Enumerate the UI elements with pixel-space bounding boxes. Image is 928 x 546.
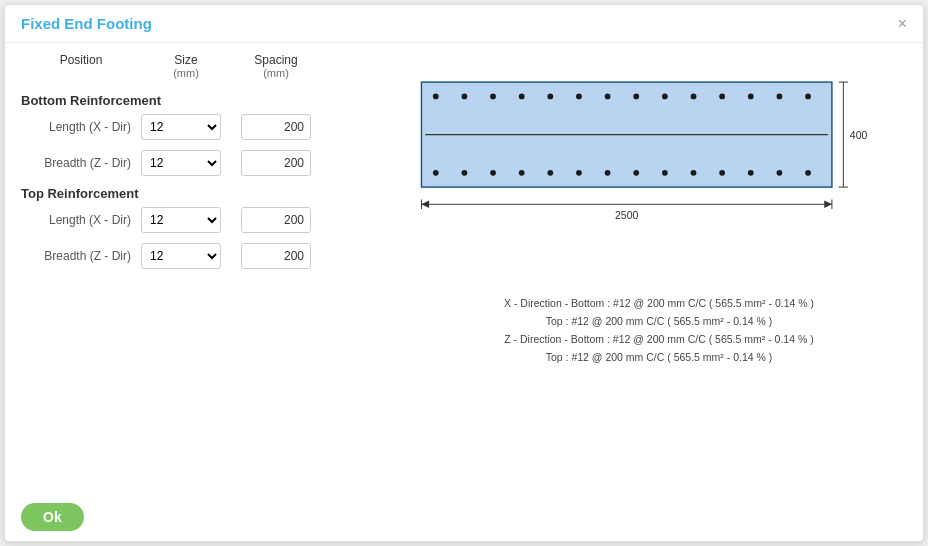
legend-line1: X - Direction - Bottom : #12 @ 200 mm C/…	[504, 295, 814, 313]
legend-line3: Z - Direction - Bottom : #12 @ 200 mm C/…	[504, 331, 814, 349]
top-length-label: Length (X - Dir)	[21, 213, 141, 227]
bottom-length-size-select[interactable]: 10 12 14 16 18 20	[141, 114, 221, 140]
svg-point-14	[805, 170, 811, 176]
top-breadth-size-select[interactable]: 10 12 14 16 18 20	[141, 243, 221, 269]
svg-point-23	[662, 94, 668, 100]
svg-point-17	[490, 94, 496, 100]
top-length-row: Length (X - Dir) 10 12 14 16 18 20	[21, 207, 401, 233]
svg-text:400: 400	[850, 129, 868, 141]
dialog-header: Fixed End Footing ×	[5, 5, 923, 43]
dialog-footer: Ok	[5, 493, 923, 541]
svg-point-24	[691, 94, 697, 100]
fixed-end-footing-dialog: Fixed End Footing × Position Size (mm) S…	[4, 4, 924, 542]
svg-point-10	[691, 170, 697, 176]
left-panel: Position Size (mm) Spacing (mm) Bottom R…	[21, 53, 401, 479]
svg-point-20	[576, 94, 582, 100]
footing-svg: 2500 400	[411, 63, 871, 273]
svg-point-25	[719, 94, 725, 100]
top-breadth-label: Breadth (Z - Dir)	[21, 249, 141, 263]
bottom-breadth-row: Breadth (Z - Dir) 10 12 14 16 18 20	[21, 150, 401, 176]
top-breadth-row: Breadth (Z - Dir) 10 12 14 16 18 20	[21, 243, 401, 269]
dialog-body: Position Size (mm) Spacing (mm) Bottom R…	[5, 43, 923, 489]
bottom-length-size-wrap: 10 12 14 16 18 20	[141, 114, 231, 140]
bottom-breadth-spacing-input[interactable]	[241, 150, 311, 176]
bottom-breadth-size-select[interactable]: 10 12 14 16 18 20	[141, 150, 221, 176]
svg-point-8	[633, 170, 639, 176]
bottom-length-row: Length (X - Dir) 10 12 14 16 18 20	[21, 114, 401, 140]
spacing-header: Spacing (mm)	[231, 53, 321, 79]
svg-point-9	[662, 170, 668, 176]
svg-point-12	[748, 170, 754, 176]
size-header: Size (mm)	[141, 53, 231, 79]
svg-point-18	[519, 94, 525, 100]
bottom-length-spacing-input[interactable]	[241, 114, 311, 140]
svg-point-11	[719, 170, 725, 176]
svg-point-28	[805, 94, 811, 100]
svg-point-16	[462, 94, 468, 100]
svg-point-3	[490, 170, 496, 176]
svg-point-7	[605, 170, 611, 176]
top-length-spacing-input[interactable]	[241, 207, 311, 233]
top-reinforcement-label: Top Reinforcement	[21, 186, 401, 201]
svg-point-22	[633, 94, 639, 100]
bottom-breadth-size-wrap: 10 12 14 16 18 20	[141, 150, 231, 176]
svg-point-2	[462, 170, 468, 176]
svg-point-27	[777, 94, 783, 100]
close-button[interactable]: ×	[898, 16, 907, 32]
position-header: Position	[21, 53, 141, 79]
svg-text:2500: 2500	[615, 209, 639, 221]
table-header: Position Size (mm) Spacing (mm)	[21, 53, 401, 85]
svg-point-19	[547, 94, 553, 100]
right-panel: 2500 400 X - Direction - Bottom : #12 @ …	[401, 53, 907, 479]
bottom-length-label: Length (X - Dir)	[21, 120, 141, 134]
svg-point-6	[576, 170, 582, 176]
top-breadth-spacing-input[interactable]	[241, 243, 311, 269]
diagram-area: 2500 400	[411, 63, 907, 277]
svg-point-4	[519, 170, 525, 176]
svg-point-13	[777, 170, 783, 176]
svg-point-5	[547, 170, 553, 176]
svg-point-1	[433, 170, 439, 176]
svg-point-26	[748, 94, 754, 100]
bottom-breadth-label: Breadth (Z - Dir)	[21, 156, 141, 170]
svg-marker-33	[421, 200, 429, 208]
dialog-title: Fixed End Footing	[21, 15, 152, 32]
svg-point-15	[433, 94, 439, 100]
legend-text: X - Direction - Bottom : #12 @ 200 mm C/…	[504, 295, 814, 366]
ok-button[interactable]: Ok	[21, 503, 84, 531]
top-length-size-select[interactable]: 10 12 14 16 18 20	[141, 207, 221, 233]
top-breadth-size-wrap: 10 12 14 16 18 20	[141, 243, 231, 269]
legend-line4: Top : #12 @ 200 mm C/C ( 565.5 mm² - 0.1…	[504, 349, 814, 367]
legend-line2: Top : #12 @ 200 mm C/C ( 565.5 mm² - 0.1…	[504, 313, 814, 331]
top-length-size-wrap: 10 12 14 16 18 20	[141, 207, 231, 233]
svg-marker-34	[824, 200, 832, 208]
svg-point-21	[605, 94, 611, 100]
bottom-reinforcement-label: Bottom Reinforcement	[21, 93, 401, 108]
